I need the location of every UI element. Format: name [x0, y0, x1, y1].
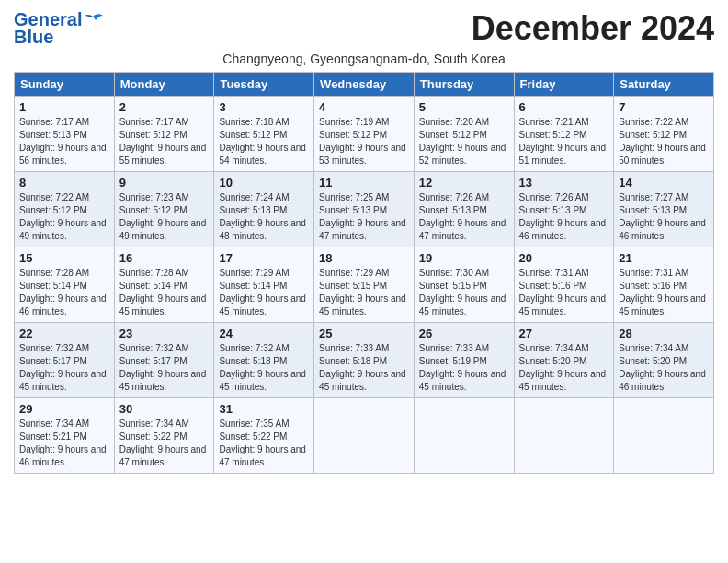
day-content: Sunrise: 7:33 AMSunset: 5:19 PMDaylight:…	[419, 342, 509, 394]
day-content: Sunrise: 7:31 AMSunset: 5:16 PMDaylight:…	[619, 267, 709, 318]
calendar-table: SundayMondayTuesdayWednesdayThursdayFrid…	[14, 72, 714, 474]
day-number: 22	[19, 327, 109, 340]
weekday-header-tuesday: Tuesday	[214, 73, 314, 97]
calendar-cell: 24 Sunrise: 7:32 AMSunset: 5:18 PMDaylig…	[214, 323, 314, 398]
day-content: Sunrise: 7:17 AMSunset: 5:12 PMDaylight:…	[119, 116, 210, 167]
calendar-cell: 31 Sunrise: 7:35 AMSunset: 5:22 PMDaylig…	[214, 398, 314, 474]
calendar-cell	[614, 398, 714, 474]
weekday-header-friday: Friday	[514, 73, 614, 97]
day-number: 8	[19, 176, 109, 190]
calendar-cell: 26 Sunrise: 7:33 AMSunset: 5:19 PMDaylig…	[414, 323, 514, 398]
day-content: Sunrise: 7:29 AMSunset: 5:14 PMDaylight:…	[219, 267, 309, 318]
calendar-cell: 20 Sunrise: 7:31 AMSunset: 5:16 PMDaylig…	[514, 247, 614, 323]
day-number: 27	[519, 327, 609, 340]
calendar-cell: 11 Sunrise: 7:25 AMSunset: 5:13 PMDaylig…	[314, 172, 415, 247]
day-number: 12	[419, 176, 509, 190]
day-number: 21	[619, 251, 709, 265]
day-number: 6	[519, 100, 609, 114]
day-number: 13	[519, 176, 609, 190]
calendar-cell: 19 Sunrise: 7:30 AMSunset: 5:15 PMDaylig…	[414, 247, 514, 323]
day-number: 3	[219, 100, 309, 114]
day-number: 23	[119, 327, 210, 340]
calendar-week-row: 22 Sunrise: 7:32 AMSunset: 5:17 PMDaylig…	[15, 323, 714, 398]
calendar-cell: 27 Sunrise: 7:34 AMSunset: 5:20 PMDaylig…	[514, 323, 614, 398]
day-number: 30	[119, 402, 210, 416]
page-header: General Blue December 2024	[14, 9, 714, 48]
day-content: Sunrise: 7:34 AMSunset: 5:22 PMDaylight:…	[119, 418, 210, 469]
calendar-cell: 25 Sunrise: 7:33 AMSunset: 5:18 PMDaylig…	[314, 323, 415, 398]
calendar-body: 1 Sunrise: 7:17 AMSunset: 5:13 PMDayligh…	[15, 97, 714, 474]
calendar-cell: 3 Sunrise: 7:18 AMSunset: 5:12 PMDayligh…	[214, 97, 314, 172]
calendar-cell: 30 Sunrise: 7:34 AMSunset: 5:22 PMDaylig…	[114, 398, 214, 474]
day-number: 19	[419, 251, 509, 265]
day-content: Sunrise: 7:34 AMSunset: 5:20 PMDaylight:…	[619, 342, 709, 394]
day-content: Sunrise: 7:31 AMSunset: 5:16 PMDaylight:…	[519, 267, 609, 318]
day-content: Sunrise: 7:28 AMSunset: 5:14 PMDaylight:…	[19, 267, 109, 318]
calendar-cell: 23 Sunrise: 7:32 AMSunset: 5:17 PMDaylig…	[114, 323, 214, 398]
calendar-cell: 4 Sunrise: 7:19 AMSunset: 5:12 PMDayligh…	[314, 97, 415, 172]
day-number: 1	[19, 100, 109, 114]
calendar-cell	[314, 398, 415, 474]
day-content: Sunrise: 7:32 AMSunset: 5:17 PMDaylight:…	[19, 342, 109, 394]
day-content: Sunrise: 7:28 AMSunset: 5:14 PMDaylight:…	[119, 267, 210, 318]
calendar-cell: 6 Sunrise: 7:21 AMSunset: 5:12 PMDayligh…	[514, 97, 614, 172]
day-content: Sunrise: 7:35 AMSunset: 5:22 PMDaylight:…	[219, 418, 309, 469]
day-content: Sunrise: 7:19 AMSunset: 5:12 PMDaylight:…	[319, 116, 409, 167]
day-content: Sunrise: 7:33 AMSunset: 5:18 PMDaylight:…	[319, 342, 409, 394]
calendar-cell: 2 Sunrise: 7:17 AMSunset: 5:12 PMDayligh…	[114, 97, 214, 172]
day-content: Sunrise: 7:30 AMSunset: 5:15 PMDaylight:…	[419, 267, 509, 318]
day-number: 10	[219, 176, 309, 190]
day-number: 5	[419, 100, 509, 114]
day-number: 26	[419, 327, 509, 340]
day-content: Sunrise: 7:32 AMSunset: 5:17 PMDaylight:…	[119, 342, 210, 394]
calendar-cell: 15 Sunrise: 7:28 AMSunset: 5:14 PMDaylig…	[15, 247, 115, 323]
calendar-cell: 17 Sunrise: 7:29 AMSunset: 5:14 PMDaylig…	[214, 247, 314, 323]
calendar-cell: 28 Sunrise: 7:34 AMSunset: 5:20 PMDaylig…	[614, 323, 714, 398]
day-content: Sunrise: 7:34 AMSunset: 5:21 PMDaylight:…	[19, 418, 109, 469]
day-content: Sunrise: 7:21 AMSunset: 5:12 PMDaylight:…	[519, 116, 609, 167]
calendar-cell: 12 Sunrise: 7:26 AMSunset: 5:13 PMDaylig…	[414, 172, 514, 247]
day-content: Sunrise: 7:18 AMSunset: 5:12 PMDaylight:…	[219, 116, 309, 167]
day-number: 4	[319, 100, 409, 114]
calendar-cell: 10 Sunrise: 7:24 AMSunset: 5:13 PMDaylig…	[214, 172, 314, 247]
day-number: 18	[319, 251, 409, 265]
weekday-header-row: SundayMondayTuesdayWednesdayThursdayFrid…	[15, 73, 714, 97]
day-number: 15	[19, 251, 109, 265]
weekday-header-saturday: Saturday	[614, 73, 714, 97]
calendar-cell: 14 Sunrise: 7:27 AMSunset: 5:13 PMDaylig…	[614, 172, 714, 247]
month-title: December 2024	[472, 9, 714, 48]
day-content: Sunrise: 7:26 AMSunset: 5:13 PMDaylight:…	[519, 191, 609, 243]
day-content: Sunrise: 7:26 AMSunset: 5:13 PMDaylight:…	[419, 191, 509, 243]
day-number: 7	[619, 100, 709, 114]
calendar-cell: 9 Sunrise: 7:23 AMSunset: 5:12 PMDayligh…	[114, 172, 214, 247]
logo: General Blue	[14, 9, 104, 48]
logo-bird-icon	[84, 13, 104, 28]
day-content: Sunrise: 7:32 AMSunset: 5:18 PMDaylight:…	[219, 342, 309, 394]
day-content: Sunrise: 7:34 AMSunset: 5:20 PMDaylight:…	[519, 342, 609, 394]
calendar-cell: 29 Sunrise: 7:34 AMSunset: 5:21 PMDaylig…	[15, 398, 115, 474]
calendar-cell: 16 Sunrise: 7:28 AMSunset: 5:14 PMDaylig…	[114, 247, 214, 323]
calendar-week-row: 29 Sunrise: 7:34 AMSunset: 5:21 PMDaylig…	[15, 398, 714, 474]
calendar-cell: 18 Sunrise: 7:29 AMSunset: 5:15 PMDaylig…	[314, 247, 415, 323]
day-content: Sunrise: 7:29 AMSunset: 5:15 PMDaylight:…	[319, 267, 409, 318]
day-number: 20	[519, 251, 609, 265]
day-number: 2	[119, 100, 210, 114]
day-content: Sunrise: 7:20 AMSunset: 5:12 PMDaylight:…	[419, 116, 509, 167]
day-number: 16	[119, 251, 210, 265]
day-number: 17	[219, 251, 309, 265]
calendar-cell	[414, 398, 514, 474]
calendar-cell: 8 Sunrise: 7:22 AMSunset: 5:12 PMDayligh…	[15, 172, 115, 247]
logo-blue-text: Blue	[14, 27, 53, 48]
day-number: 14	[619, 176, 709, 190]
day-content: Sunrise: 7:22 AMSunset: 5:12 PMDaylight:…	[619, 116, 709, 167]
day-number: 9	[119, 176, 210, 190]
calendar-subtitle: Changnyeong, Gyeongsangnam-do, South Kor…	[14, 52, 714, 66]
day-number: 28	[619, 327, 709, 340]
day-content: Sunrise: 7:25 AMSunset: 5:13 PMDaylight:…	[319, 191, 409, 243]
weekday-header-wednesday: Wednesday	[314, 73, 415, 97]
day-number: 24	[219, 327, 309, 340]
calendar-week-row: 8 Sunrise: 7:22 AMSunset: 5:12 PMDayligh…	[15, 172, 714, 247]
day-number: 25	[319, 327, 409, 340]
day-content: Sunrise: 7:27 AMSunset: 5:13 PMDaylight:…	[619, 191, 709, 243]
calendar-cell: 13 Sunrise: 7:26 AMSunset: 5:13 PMDaylig…	[514, 172, 614, 247]
